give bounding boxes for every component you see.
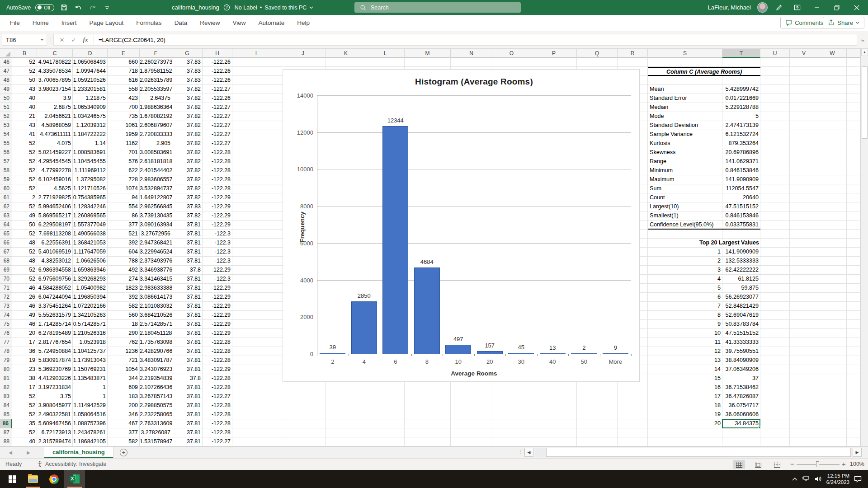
- column-header-W[interactable]: W: [818, 49, 847, 58]
- grid-cell[interactable]: 50: [12, 221, 37, 230]
- sheet-nav-left-icon[interactable]: ◀: [4, 447, 17, 458]
- grid-cell[interactable]: 1.37295082: [73, 175, 108, 184]
- column-header-I[interactable]: I: [232, 49, 280, 58]
- restore-button[interactable]: [830, 0, 844, 15]
- grid-cell[interactable]: 37.83: [172, 58, 203, 67]
- grid-cell[interactable]: 1.121710526: [73, 184, 108, 193]
- row-header-76[interactable]: 76: [0, 329, 12, 338]
- row-header-69[interactable]: 69: [0, 266, 12, 275]
- fill-handle[interactable]: [758, 426, 761, 429]
- grid-cell[interactable]: 37.81: [172, 293, 203, 302]
- close-button[interactable]: [850, 0, 863, 15]
- grid-cell[interactable]: 37.81: [172, 365, 203, 374]
- row-header-68[interactable]: 68: [0, 257, 12, 266]
- grid-cell[interactable]: 423: [108, 94, 140, 103]
- grid-cell[interactable]: 26: [12, 293, 37, 302]
- share-button[interactable]: Share: [823, 17, 864, 28]
- grid-cell[interactable]: 1.117647059: [73, 248, 108, 257]
- grid-cell[interactable]: -122.27: [203, 392, 232, 401]
- grid-cell[interactable]: 346: [108, 410, 140, 419]
- ribbon-tab-automate[interactable]: Automate: [252, 15, 291, 31]
- grid-cell[interactable]: 2.771929825: [37, 193, 73, 202]
- grid-cell[interactable]: 2.490322581: [37, 410, 73, 419]
- grid-cell[interactable]: 4.58968059: [37, 121, 73, 130]
- grid-cell[interactable]: -122.27: [203, 121, 232, 130]
- grid-cell[interactable]: 52: [12, 58, 37, 67]
- grid-cell[interactable]: 37.81: [172, 284, 203, 293]
- grid-cell[interactable]: 554: [108, 202, 140, 211]
- grid-cell[interactable]: 52: [12, 175, 37, 184]
- horizontal-scrollbar[interactable]: [535, 448, 852, 457]
- grid-cell[interactable]: 377: [108, 221, 140, 230]
- grid-cell[interactable]: 3.908045977: [37, 401, 73, 410]
- grid-cell[interactable]: 38: [12, 374, 37, 383]
- row-header-65[interactable]: 65: [0, 230, 12, 239]
- grid-cell[interactable]: 5.994652406: [37, 202, 73, 211]
- column-header-K[interactable]: K: [326, 49, 366, 58]
- ribbon-tab-data[interactable]: Data: [168, 15, 194, 31]
- name-box[interactable]: T86: [2, 34, 47, 46]
- histogram-bar[interactable]: [477, 351, 503, 354]
- grid-cell[interactable]: 48: [12, 239, 37, 248]
- column-header-B[interactable]: B: [12, 49, 37, 58]
- ribbon-tab-insert[interactable]: Insert: [55, 15, 83, 31]
- column-header-C[interactable]: C: [37, 49, 73, 58]
- grid-cell[interactable]: 37.81: [172, 320, 203, 329]
- grid-cell[interactable]: 1.0523918: [73, 338, 108, 347]
- grid-cell[interactable]: 37.82: [172, 211, 203, 221]
- grid-cell[interactable]: 52: [12, 428, 37, 437]
- selected-cell[interactable]: [722, 419, 760, 428]
- grid-cell[interactable]: 37.82: [172, 94, 203, 103]
- row-header-59[interactable]: 59: [0, 175, 12, 184]
- grid-cell[interactable]: 50: [12, 76, 37, 85]
- grid-cell[interactable]: 582: [108, 437, 140, 446]
- row-header-55[interactable]: 55: [0, 139, 12, 148]
- grid-cell[interactable]: 46: [12, 302, 37, 311]
- cancel-formula-icon[interactable]: ✕: [57, 37, 67, 43]
- ribbon-tab-formulas[interactable]: Formulas: [130, 15, 168, 31]
- grid-cell[interactable]: 721: [108, 356, 140, 365]
- grid-cell[interactable]: 2.026315789: [140, 76, 172, 85]
- grid-cell[interactable]: 1.21875: [73, 94, 108, 103]
- grid-cell[interactable]: 1.06626506: [73, 257, 108, 266]
- grid-cell[interactable]: 6.278195489: [37, 329, 73, 338]
- grid-cell[interactable]: 37.82: [172, 103, 203, 112]
- grid-cell[interactable]: 1.14: [73, 139, 108, 148]
- grid-cell[interactable]: -122.3: [203, 248, 232, 257]
- view-page-break-button[interactable]: [771, 460, 783, 469]
- grid-cell[interactable]: 3.27672956: [140, 230, 172, 239]
- grid-cell[interactable]: 3.483091787: [140, 356, 172, 365]
- grid-cell[interactable]: 6.22556391: [37, 239, 73, 248]
- grid-cell[interactable]: 40: [12, 103, 37, 112]
- grid-cell[interactable]: 4.77992278: [37, 166, 73, 175]
- grid-cell[interactable]: 1.12039312: [73, 121, 108, 130]
- grid-cell[interactable]: 37.82: [172, 157, 203, 166]
- grid-cell[interactable]: 2.6875: [37, 103, 73, 112]
- grid-cell[interactable]: 1.233201581: [73, 85, 108, 94]
- histogram-bar[interactable]: [351, 301, 377, 354]
- grid-cell[interactable]: 1.368421053: [73, 239, 108, 248]
- grid-cell[interactable]: 1.135483871: [73, 374, 108, 383]
- scroll-up-icon[interactable]: ▲: [861, 48, 868, 56]
- grid-cell[interactable]: -122.28: [203, 157, 232, 166]
- grid-cell[interactable]: -122.28: [203, 401, 232, 410]
- grid-cell[interactable]: 1.243478261: [73, 428, 108, 437]
- grid-cell[interactable]: 1.184722222: [73, 130, 108, 139]
- grid-cell[interactable]: -122.29: [203, 221, 232, 230]
- grid-cell[interactable]: 6.102459016: [37, 175, 73, 184]
- row-header-72[interactable]: 72: [0, 293, 12, 302]
- row-header-85[interactable]: 85: [0, 410, 12, 419]
- grid-cell[interactable]: 37.82: [172, 130, 203, 139]
- grid-cell[interactable]: 3.75: [37, 392, 73, 401]
- histogram-bar[interactable]: [382, 126, 408, 354]
- row-header-63[interactable]: 63: [0, 211, 12, 221]
- enter-formula-icon[interactable]: ✓: [68, 37, 79, 43]
- grid-cell[interactable]: 37.81: [172, 221, 203, 230]
- grid-cell[interactable]: 616: [108, 76, 140, 85]
- grid-cell[interactable]: 4.584288052: [37, 284, 73, 293]
- grid-cell[interactable]: -122.29: [203, 266, 232, 275]
- grid-cell[interactable]: 37.81: [172, 248, 203, 257]
- grid-cell[interactable]: 2.571428571: [140, 320, 172, 329]
- grid-cell[interactable]: 2.205533597: [140, 85, 172, 94]
- grid-cell[interactable]: 2.64375: [140, 94, 172, 103]
